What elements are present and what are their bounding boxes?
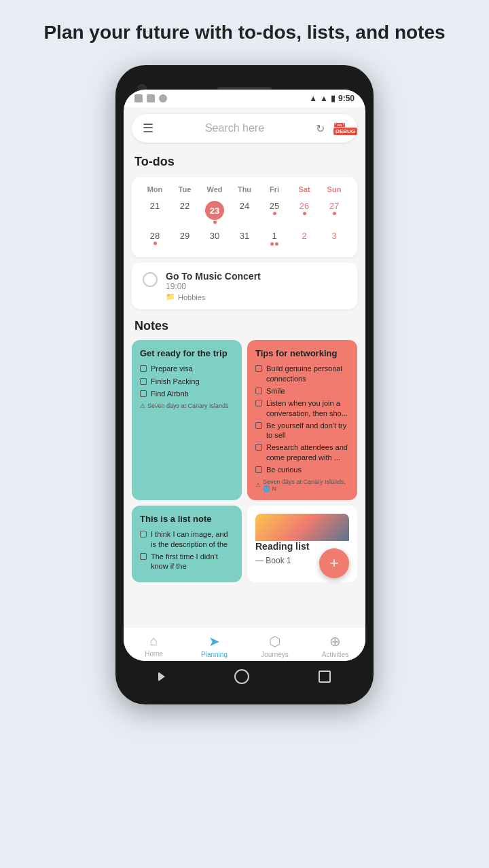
calendar: Mon Tue Wed Thu Fri Sat Sun 21 22 23 24 … xyxy=(132,177,357,257)
nav-item-home[interactable]: ⌂ Home xyxy=(124,633,184,658)
note-text-smile: Smile xyxy=(266,386,285,396)
note-card-networking-title: Tips for networking xyxy=(255,348,349,358)
nav-label-home: Home xyxy=(145,650,163,658)
calendar-week-2: 28 29 30 31 1 2 3 xyxy=(140,229,349,248)
note-text-packing: Finish Packing xyxy=(151,377,200,386)
note-checkbox-listen[interactable] xyxy=(255,400,262,407)
note-card-networking-footer: ⚠ Seven days at Canary Islands, 🌐 N xyxy=(255,478,349,492)
cal-cell-28[interactable]: 28 xyxy=(140,229,170,248)
cal-cell-1[interactable]: 1 xyxy=(259,229,289,248)
note-checkbox-yourself[interactable] xyxy=(255,422,262,429)
fab-button[interactable]: + xyxy=(319,548,349,578)
note-image-strip xyxy=(255,514,349,541)
cal-cell-27[interactable]: 27 xyxy=(319,199,349,226)
note-footer-text: Seven days at Canary Islands xyxy=(147,402,229,409)
phone-frame: ▲ ▲ ▮ 9:50 DEBUG ☰ Search here ↻ 📅 To-do… xyxy=(115,65,374,704)
note-checkbox-list-2[interactable] xyxy=(140,553,147,560)
cal-cell-30[interactable]: 30 xyxy=(200,229,230,248)
todo-tag: 📁 Hobbies xyxy=(166,293,261,301)
cal-cell-29[interactable]: 29 xyxy=(170,229,200,248)
planning-icon: ➤ xyxy=(209,633,220,649)
back-button[interactable] xyxy=(158,672,165,681)
folder-icon: 📁 xyxy=(166,293,175,301)
note-item-airbnb: Find Airbnb xyxy=(140,389,234,398)
nav-label-journeys: Journeys xyxy=(261,651,289,658)
note-checkbox-packing[interactable] xyxy=(140,378,147,385)
cal-cell-21[interactable]: 21 xyxy=(140,199,170,226)
cal-cell-31[interactable]: 31 xyxy=(230,229,259,248)
warning-icon-2: ⚠ xyxy=(255,482,261,489)
calendar-header: Mon Tue Wed Thu Fri Sat Sun xyxy=(140,184,349,195)
status-right: ▲ ▲ ▮ 9:50 xyxy=(309,94,355,103)
search-bar[interactable]: ☰ Search here ↻ 📅 xyxy=(132,114,357,143)
note-card-trip-footer: ⚠ Seven days at Canary Islands xyxy=(140,402,234,409)
status-left-icons xyxy=(134,94,167,102)
todo-checkbox[interactable] xyxy=(143,272,158,287)
cal-cell-22[interactable]: 22 xyxy=(170,199,200,226)
note-checkbox-smile[interactable] xyxy=(255,388,262,394)
bottom-nav: ⌂ Home ➤ Planning ⬡ Journeys ⊕ Activitie… xyxy=(124,627,365,661)
signal-icon: ▲ xyxy=(320,94,328,103)
note-item-research: Research attendees and come prepared wit… xyxy=(255,442,349,462)
note-footer-text-2: Seven days at Canary Islands, 🌐 N xyxy=(263,478,349,492)
menu-icon[interactable]: ☰ xyxy=(143,121,153,136)
note-card-trip[interactable]: Get ready for the trip Prepare visa Fini… xyxy=(132,340,242,500)
page-headline: Plan your future with to-dos, lists, and… xyxy=(23,20,465,45)
nav-item-planning[interactable]: ➤ Planning xyxy=(184,633,244,658)
note-item-visa: Prepare visa xyxy=(140,364,234,373)
note-text-airbnb: Find Airbnb xyxy=(151,389,189,398)
note-text-curious: Be curious xyxy=(266,465,302,474)
app-icon-3 xyxy=(159,94,167,102)
note-text-research: Research attendees and come prepared wit… xyxy=(266,442,349,462)
status-bar: ▲ ▲ ▮ 9:50 DEBUG xyxy=(124,90,365,107)
note-checkbox-visa[interactable] xyxy=(140,365,147,372)
battery-icon: ▮ xyxy=(331,94,336,103)
cal-day-thu: Thu xyxy=(230,184,259,195)
phone-nav-bar xyxy=(124,661,365,692)
app-icon-1 xyxy=(134,94,143,102)
home-button[interactable] xyxy=(234,669,249,684)
nav-item-journeys[interactable]: ⬡ Journeys xyxy=(244,633,305,658)
cal-day-mon: Mon xyxy=(140,184,170,195)
note-item-listen: Listen when you join a conversation, the… xyxy=(255,398,349,418)
nav-label-planning: Planning xyxy=(201,651,228,658)
todo-time: 19:00 xyxy=(166,282,261,291)
debug-badge: DEBUG xyxy=(333,128,357,135)
search-input[interactable]: Search here xyxy=(162,122,308,134)
cal-day-sun: Sun xyxy=(319,184,349,195)
app-icon-2 xyxy=(147,94,155,102)
note-checkbox-list-1[interactable] xyxy=(140,531,147,537)
cal-cell-24[interactable]: 24 xyxy=(230,199,259,226)
status-time: 9:50 xyxy=(338,94,355,103)
activities-icon: ⊕ xyxy=(329,633,341,649)
note-checkbox-curious[interactable] xyxy=(255,466,262,473)
refresh-icon[interactable]: ↻ xyxy=(316,122,325,135)
cal-cell-3[interactable]: 3 xyxy=(319,229,349,248)
calendar-week-1: 21 22 23 24 25 26 27 xyxy=(140,199,349,226)
nav-item-activities[interactable]: ⊕ Activities xyxy=(305,633,365,658)
note-checkbox-airbnb[interactable] xyxy=(140,390,147,397)
note-item-smile: Smile xyxy=(255,386,349,396)
note-card-networking[interactable]: Tips for networking Build genuine person… xyxy=(247,340,357,500)
note-text-list-1: I think I can image, and is the descript… xyxy=(151,529,234,549)
cal-cell-26[interactable]: 26 xyxy=(289,199,319,226)
note-text-list-2: The first time I didn't know if the xyxy=(151,552,234,571)
cal-cell-25[interactable]: 25 xyxy=(259,199,289,226)
note-text-listen: Listen when you join a conversation, the… xyxy=(266,398,349,418)
recents-button[interactable] xyxy=(319,671,331,683)
todo-title: Go To Music Concert xyxy=(166,271,261,282)
home-icon: ⌂ xyxy=(149,633,158,649)
journeys-icon: ⬡ xyxy=(269,633,280,649)
todo-item-concert[interactable]: Go To Music Concert 19:00 📁 Hobbies xyxy=(132,263,357,309)
cal-day-fri: Fri xyxy=(259,184,289,195)
todos-section-label: To-dos xyxy=(124,149,365,172)
note-item-packing: Finish Packing xyxy=(140,377,234,386)
cal-cell-23[interactable]: 23 xyxy=(200,199,230,226)
note-checkbox-connections[interactable] xyxy=(255,365,262,372)
note-item-connections: Build genuine personal connections xyxy=(255,364,349,383)
warning-icon: ⚠ xyxy=(140,402,145,409)
note-checkbox-research[interactable] xyxy=(255,444,262,451)
note-card-list[interactable]: This is a list note I think I can image,… xyxy=(132,506,242,582)
cal-cell-2[interactable]: 2 xyxy=(289,229,319,248)
nav-label-activities: Activities xyxy=(322,651,348,658)
